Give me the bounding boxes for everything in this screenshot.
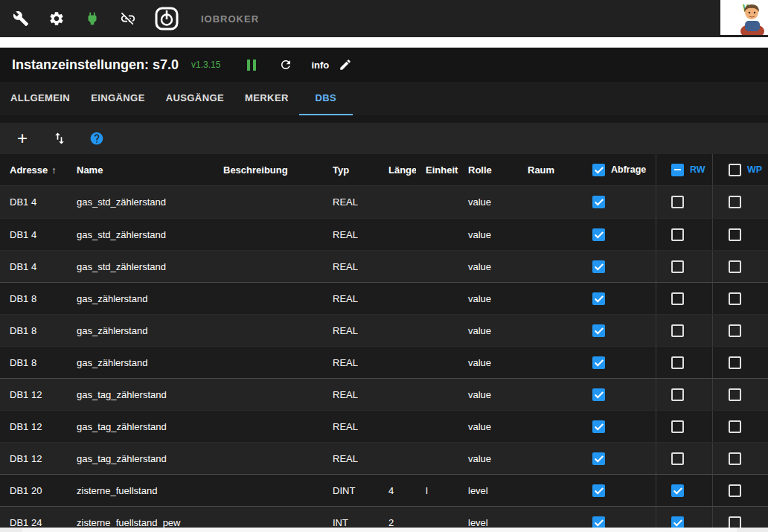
table-row[interactable]: DB1 12 gas_tag_zählerstand REAL value xyxy=(0,378,768,410)
rw-checkbox[interactable] xyxy=(671,260,684,273)
cell-name: gas_zählerstand xyxy=(67,283,214,314)
rw-checkbox[interactable] xyxy=(671,420,684,433)
wp-checkbox[interactable] xyxy=(729,292,741,305)
cell-raum xyxy=(518,283,583,314)
cell-adresse: DB1 12 xyxy=(0,379,67,410)
abfrage-checkbox[interactable] xyxy=(592,484,605,497)
abfrage-checkbox[interactable] xyxy=(592,356,605,369)
cell-rw xyxy=(656,251,712,282)
rw-checkbox[interactable] xyxy=(671,484,684,497)
wrench-icon[interactable] xyxy=(12,10,30,28)
header-adresse[interactable]: Adresse ↑ xyxy=(0,154,67,185)
table-row[interactable]: DB1 4 gas_std_zählerstand REAL value xyxy=(0,218,768,250)
cell-beschreibung xyxy=(214,347,323,378)
scrollbar-thumb[interactable] xyxy=(22,528,737,532)
horizontal-scrollbar[interactable] xyxy=(0,528,768,532)
wp-checkbox[interactable] xyxy=(729,324,741,337)
tab-merker[interactable]: MERKER xyxy=(234,82,299,115)
cell-name: gas_tag_zählerstand xyxy=(67,411,214,442)
table-row[interactable]: DB1 4 gas_std_zählerstand REAL value xyxy=(0,250,768,282)
cell-abfrage xyxy=(583,379,656,410)
import-export-icon[interactable] xyxy=(51,129,68,147)
header-rw-checkbox[interactable] xyxy=(671,164,684,176)
link-off-icon[interactable] xyxy=(119,10,137,28)
table-row[interactable]: DB1 12 gas_tag_zählerstand REAL value xyxy=(0,442,768,474)
cell-laenge xyxy=(379,283,416,314)
rw-checkbox[interactable] xyxy=(671,196,684,208)
add-row-icon[interactable]: + xyxy=(13,129,31,147)
cell-raum xyxy=(518,475,583,506)
cell-beschreibung xyxy=(214,379,323,410)
wp-checkbox[interactable] xyxy=(729,356,741,369)
cell-beschreibung xyxy=(214,219,323,250)
rw-checkbox[interactable] xyxy=(671,228,684,241)
tab-allgemein[interactable]: ALLGEMEIN xyxy=(0,82,80,115)
rw-checkbox[interactable] xyxy=(671,292,684,305)
cell-laenge xyxy=(379,347,416,378)
abfrage-checkbox[interactable] xyxy=(592,388,605,401)
info-label: info xyxy=(311,60,329,71)
cell-raum xyxy=(518,411,583,442)
wp-checkbox[interactable] xyxy=(729,420,741,433)
abfrage-checkbox[interactable] xyxy=(592,228,605,241)
wp-checkbox[interactable] xyxy=(729,260,741,273)
rw-checkbox[interactable] xyxy=(671,324,684,337)
wp-checkbox[interactable] xyxy=(729,484,741,497)
abfrage-checkbox[interactable] xyxy=(592,516,605,529)
user-avatar[interactable]: W xyxy=(720,0,768,35)
cell-typ: REAL xyxy=(323,219,379,250)
rw-checkbox[interactable] xyxy=(671,516,684,529)
table-row[interactable]: DB1 8 gas_zählerstand REAL value xyxy=(0,346,768,378)
table-row[interactable]: DB1 20 zisterne_fuellstand DINT 4 l leve… xyxy=(0,474,768,506)
gear-icon[interactable] xyxy=(48,10,65,28)
cell-rolle: value xyxy=(458,186,518,218)
header-wp-checkbox[interactable] xyxy=(729,164,741,176)
iobroker-logo-icon xyxy=(155,7,179,31)
header-wp: WP xyxy=(712,154,768,185)
cell-rolle: value xyxy=(458,283,518,314)
abfrage-checkbox[interactable] xyxy=(592,452,605,465)
cell-rw xyxy=(656,283,712,314)
pause-icon[interactable] xyxy=(243,56,260,74)
tab-eingaenge[interactable]: EINGÄNGE xyxy=(80,82,156,115)
help-icon[interactable] xyxy=(88,129,106,147)
rw-checkbox[interactable] xyxy=(671,356,684,369)
cell-name: gas_tag_zählerstand xyxy=(67,443,214,474)
cell-raum xyxy=(518,315,583,346)
rw-checkbox[interactable] xyxy=(671,452,684,465)
table-row[interactable]: DB1 8 gas_zählerstand REAL value xyxy=(0,314,768,346)
cell-adresse: DB1 4 xyxy=(0,251,67,282)
cell-adresse: DB1 8 xyxy=(0,347,67,378)
edit-pencil-icon[interactable] xyxy=(336,56,354,74)
cell-beschreibung xyxy=(214,186,323,218)
wp-checkbox[interactable] xyxy=(729,452,741,465)
abfrage-checkbox[interactable] xyxy=(592,292,605,305)
abfrage-checkbox[interactable] xyxy=(592,420,605,433)
header-rw: RW xyxy=(656,154,712,185)
abfrage-checkbox[interactable] xyxy=(592,324,605,337)
table-row[interactable]: DB1 12 gas_tag_zählerstand REAL value xyxy=(0,410,768,442)
rw-checkbox[interactable] xyxy=(671,388,684,401)
cell-raum xyxy=(518,219,583,250)
wp-checkbox[interactable] xyxy=(729,516,741,529)
wp-checkbox[interactable] xyxy=(729,388,741,401)
header-beschreibung: Beschreibung xyxy=(214,154,323,185)
connected-plug-icon[interactable] xyxy=(83,10,101,28)
abfrage-checkbox[interactable] xyxy=(592,196,605,208)
header-laenge: Länge xyxy=(379,154,416,185)
header-abfrage-checkbox[interactable] xyxy=(592,164,605,176)
wp-checkbox[interactable] xyxy=(729,228,741,241)
instance-settings-dialog: Instanzeinstellungen: s7.0 v1.3.15 info … xyxy=(0,48,768,532)
abfrage-checkbox[interactable] xyxy=(592,260,605,273)
table-row[interactable]: DB1 4 gas_std_zählerstand REAL value xyxy=(0,186,768,218)
cell-adresse: DB1 12 xyxy=(0,443,67,474)
header-einheit: Einheit xyxy=(416,154,458,185)
tab-dbs[interactable]: DBS xyxy=(299,82,353,115)
cell-rolle: value xyxy=(458,379,518,410)
table-row[interactable]: DB1 8 gas_zählerstand REAL value xyxy=(0,282,768,314)
tab-ausgaenge[interactable]: AUSGÄNGE xyxy=(156,82,234,115)
refresh-icon[interactable] xyxy=(277,56,295,74)
section-seam xyxy=(0,115,768,123)
cell-einheit xyxy=(416,411,458,442)
wp-checkbox[interactable] xyxy=(729,196,741,208)
